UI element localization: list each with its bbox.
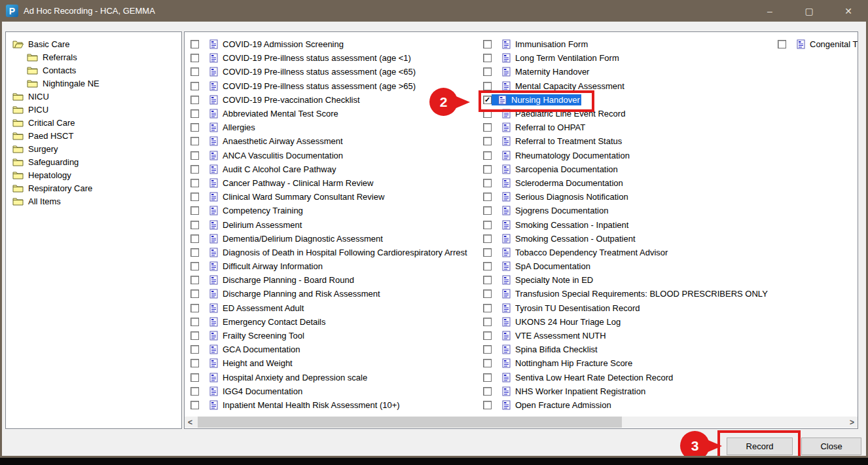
form-checkbox[interactable] — [483, 123, 492, 132]
form-checkbox[interactable] — [483, 54, 492, 62]
form-item-inpatient-mental-health-risk-assessment-[interactable]: Inpatient Mental Health Risk Assessment … — [190, 398, 485, 412]
scroll-right-arrow[interactable]: > — [846, 417, 858, 428]
form-checkbox[interactable] — [483, 206, 492, 215]
form-checkbox[interactable] — [190, 206, 199, 215]
form-item-maternity-handover[interactable]: Maternity Handover — [483, 65, 784, 79]
form-item-clinical-ward-summary-consultant-review[interactable]: Clinical Ward Summary Consultant Review — [190, 190, 485, 204]
form-item-congenital-tra[interactable]: Congenital Tra — [778, 37, 858, 51]
tree-item-contacts[interactable]: Contacts — [6, 64, 181, 77]
tree-item-respiratory-care[interactable]: Respiratory Care — [6, 181, 181, 195]
form-item-open-fracture-admission[interactable]: Open Fracture Admission — [483, 398, 784, 412]
form-item-long-term-ventilation-form[interactable]: Long Term Ventilation Form — [483, 51, 784, 65]
form-checkbox[interactable] — [483, 179, 492, 187]
form-checkbox[interactable] — [190, 179, 199, 187]
tree-item-referrals[interactable]: Referrals — [6, 50, 181, 64]
form-checkbox[interactable] — [483, 221, 492, 229]
form-item-anaesthetic-airway-assessment[interactable]: Anaesthetic Airway Assessment — [190, 134, 485, 148]
form-checkbox[interactable] — [483, 137, 492, 145]
form-checkbox[interactable] — [190, 331, 199, 340]
tree-item-basic-care[interactable]: Basic Care — [6, 37, 181, 50]
form-checkbox[interactable] — [190, 289, 199, 298]
form-checkbox[interactable] — [778, 40, 786, 48]
form-item-gca-documentation[interactable]: GCA Documentation — [190, 343, 485, 356]
form-item-diagnosis-of-death-in-hospital-following[interactable]: Diagnosis of Death in Hospital Following… — [190, 246, 485, 259]
form-item-nhs-worker-inpatient-registration[interactable]: NHS Worker Inpatient Registration — [483, 384, 784, 398]
tree-item-picu[interactable]: PICU — [6, 103, 181, 116]
form-checkbox[interactable] — [190, 96, 199, 104]
form-item-height-and-weight[interactable]: Height and Weight — [190, 356, 485, 370]
form-item-sjogrens-documentation[interactable]: Sjogrens Documentation — [483, 204, 784, 217]
horizontal-scrollbar[interactable]: < > — [185, 417, 858, 428]
form-checkbox[interactable] — [483, 373, 492, 382]
scrollbar-thumb[interactable] — [198, 417, 622, 428]
form-checkbox[interactable] — [483, 289, 492, 298]
tree-item-hepatology[interactable]: Hepatology — [6, 168, 181, 181]
tree-item-paed-hsct[interactable]: Paed HSCT — [6, 129, 181, 142]
form-checkbox[interactable] — [190, 54, 199, 62]
form-checkbox[interactable] — [190, 345, 199, 354]
form-item-rheumatology-documentation[interactable]: Rheumatology Documentation — [483, 149, 784, 162]
form-item-emergency-contact-details[interactable]: Emergency Contact Details — [190, 315, 485, 329]
form-checkbox[interactable] — [483, 304, 492, 312]
form-item-tyrosin-tu-desentisation-record[interactable]: Tyrosin TU Desentisation Record — [483, 301, 784, 315]
close-window-button[interactable]: ✕ — [829, 0, 868, 22]
minimize-button[interactable]: – — [750, 0, 789, 22]
form-item-difficult-airway-information[interactable]: Difficult Airway Information — [190, 259, 485, 273]
form-item-discharge-planning-board-round[interactable]: Discharge Planning - Board Round — [190, 273, 485, 287]
form-checkbox[interactable] — [190, 109, 199, 118]
form-item-dementia-delirium-diagnostic-assessment[interactable]: Dementia/Delirium Diagnostic Assessment — [190, 232, 485, 246]
form-checkbox[interactable] — [190, 248, 199, 257]
form-checkbox[interactable] — [190, 373, 199, 382]
form-item-delirium-assessment[interactable]: Delirium Assessment — [190, 217, 485, 231]
form-item-vte-assessment-nuth[interactable]: VTE Assessment NUTH — [483, 329, 784, 343]
form-checkbox[interactable] — [483, 248, 492, 257]
form-item-transfusion-special-requirements-blood-p[interactable]: Transfusion Special Requirements: BLOOD … — [483, 287, 784, 301]
form-checkbox[interactable] — [190, 165, 199, 174]
form-checkbox[interactable] — [483, 262, 492, 270]
tree-item-surgery[interactable]: Surgery — [6, 142, 181, 155]
form-checkbox[interactable] — [483, 165, 492, 174]
form-checkbox[interactable] — [483, 345, 492, 354]
form-checkbox[interactable] — [483, 193, 492, 201]
form-item-anca-vasculitis-documentation[interactable]: ANCA Vasculitis Documentation — [190, 149, 485, 162]
form-checkbox[interactable] — [483, 67, 492, 76]
form-checkbox[interactable] — [190, 40, 199, 48]
form-item-nottingham-hip-fracture-score[interactable]: Nottingham Hip Fracture Score — [483, 356, 784, 370]
form-item-covid-19-pre-illness-status-assessment-a[interactable]: COVID-19 Pre-illness status assessment (… — [190, 65, 485, 79]
form-item-scleroderma-documentation[interactable]: Scleroderma Documentation — [483, 176, 784, 190]
form-checkbox[interactable] — [190, 82, 199, 90]
form-checkbox[interactable] — [190, 262, 199, 270]
form-item-ukons-24-hour-triage-log[interactable]: UKONS 24 Hour Triage Log — [483, 315, 784, 329]
form-item-spina-bifida-checklist[interactable]: Spina Bifida Checklist — [483, 343, 784, 356]
form-checkbox[interactable] — [190, 318, 199, 326]
form-item-covid-19-pre-illness-status-assessment-a[interactable]: COVID-19 Pre-illness status assessment (… — [190, 51, 485, 65]
form-checkbox[interactable] — [483, 234, 492, 243]
form-checkbox[interactable] — [190, 387, 199, 396]
form-item-smoking-cessation-outpatient[interactable]: Smoking Cessation - Outpatient — [483, 232, 784, 246]
form-checkbox[interactable] — [483, 276, 492, 284]
tree-item-all-items[interactable]: All Items — [6, 195, 181, 208]
tree-item-critical-care[interactable]: Critical Care — [6, 116, 181, 129]
form-checkbox[interactable] — [483, 331, 492, 340]
maximize-button[interactable]: ▢ — [789, 0, 829, 22]
form-item-referral-to-treatment-status[interactable]: Referral to Treatment Status — [483, 134, 784, 148]
form-item-cancer-pathway-clinical-harm-review[interactable]: Cancer Pathway - Clinical Harm Review — [190, 176, 485, 190]
form-item-covid-19-admission-screening[interactable]: COVID-19 Admission Screening — [190, 37, 485, 51]
form-item-competency-training[interactable]: Competency Training — [190, 204, 485, 217]
form-item-tobacco-dependency-treatment-advisor[interactable]: Tobacco Dependency Treatment Advisor — [483, 246, 784, 259]
form-item-ed-assessment-adult[interactable]: ED Assessment Adult — [190, 301, 485, 315]
form-checkbox[interactable] — [190, 67, 199, 76]
form-checkbox[interactable] — [190, 401, 199, 409]
tree-item-safeguarding[interactable]: Safeguarding — [6, 155, 181, 168]
form-item-sentiva-low-heart-rate-detection-record[interactable]: Sentiva Low Heart Rate Detection Record — [483, 371, 784, 384]
scroll-left-arrow[interactable]: < — [185, 417, 196, 428]
close-button[interactable]: Close — [801, 437, 861, 455]
form-checkbox[interactable] — [483, 387, 492, 396]
form-item-immunisation-form[interactable]: Immunisation Form — [483, 37, 784, 51]
form-item-sarcopenia-documentation[interactable]: Sarcopenia Documentation — [483, 162, 784, 176]
form-item-frailty-screening-tool[interactable]: Frailty Screening Tool — [190, 329, 485, 343]
form-item-allergies[interactable]: Allergies — [190, 121, 485, 134]
form-checkbox[interactable] — [190, 151, 199, 160]
form-checkbox[interactable] — [190, 276, 199, 284]
tree-item-nightingale-ne[interactable]: Nightingale NE — [6, 77, 181, 90]
